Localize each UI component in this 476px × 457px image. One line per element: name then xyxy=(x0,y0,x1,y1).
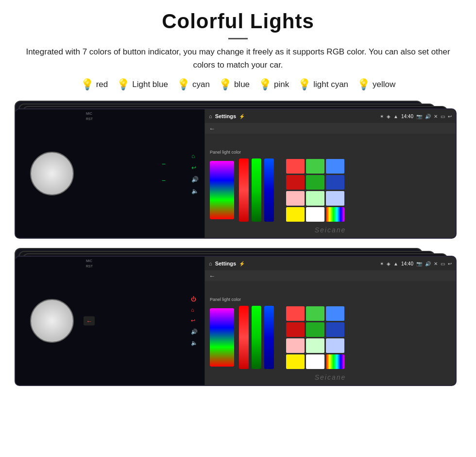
arrow-btn-1[interactable]: ← xyxy=(84,316,95,326)
tune-icon: ⚡ xyxy=(239,114,245,119)
color-label-yellow: yellow xyxy=(373,80,395,89)
grid2-r3c3 xyxy=(326,338,344,353)
time-label-1: 14:40 xyxy=(401,114,413,119)
tune-icon-2: ⚡ xyxy=(239,261,245,266)
grid2-r4c2 xyxy=(306,354,324,369)
right-icons-1: ⌂ ↩ 🔊 🔈 xyxy=(191,153,199,194)
grid-r4c1 xyxy=(286,207,305,222)
color-bars-2 xyxy=(239,306,274,369)
grid2-r1c2 xyxy=(306,306,324,321)
bar-red-2 xyxy=(239,306,249,369)
title-divider xyxy=(228,38,248,39)
grid-r2c3 xyxy=(326,175,344,190)
bulb-lightcyan: 💡 xyxy=(298,79,311,90)
color-grid-1 xyxy=(286,159,344,222)
color-item-lightblue: 💡 Light blue xyxy=(117,79,168,90)
viz-area-1 xyxy=(210,158,451,222)
back-icon-1: ↩ xyxy=(191,164,199,171)
power-icon-2: ⏻ xyxy=(191,296,198,302)
close-icon-2: ✕ xyxy=(434,261,438,266)
left-panel-2: MIC RST ← ⏻ ⌂ ↩ 🔊 🔈 xyxy=(16,257,205,385)
home-icon-bar-2: ⌂ xyxy=(209,261,212,266)
devices-section: MIC RST ⌂ ↩ 🔊 🔈 − − xyxy=(15,101,461,387)
device-stack-2: MIC RST ← ⏻ ⌂ ↩ 🔊 🔈 xyxy=(15,248,461,387)
settings-label-2: Settings xyxy=(215,261,236,266)
bulb-red: 💡 xyxy=(81,79,94,90)
mic-label-1: MIC xyxy=(86,112,92,115)
grid2-r2c3 xyxy=(326,322,344,337)
undo-icon-2: ↩ xyxy=(448,261,452,266)
minus2-icon: − xyxy=(162,176,166,184)
bulb-lightblue: 💡 xyxy=(117,79,130,90)
color-item-pink: 💡 pink xyxy=(258,79,289,90)
left-panel-1: MIC RST ⌂ ↩ 🔊 🔈 − − xyxy=(16,109,205,238)
grid-r2c2 xyxy=(306,175,324,190)
undo-icon: ↩ xyxy=(448,114,452,119)
vol-icon-2: 🔊 xyxy=(191,329,198,335)
back-arrow-2[interactable]: ← xyxy=(209,272,215,280)
knob-circle-1 xyxy=(30,152,74,195)
screen-1: ⌂ Settings ⚡ ✶ ◈ ▲ 14:40 📷 🔊 ✕ ▭ xyxy=(205,109,456,238)
vol-icon-1: 🔊 xyxy=(191,176,199,183)
screen-content-1: Panel light color xyxy=(205,134,456,238)
minus1-icon: − xyxy=(162,160,166,168)
bar-blue-1 xyxy=(264,158,274,222)
time-label-2: 14:40 xyxy=(401,261,413,266)
grid2-r4c3 xyxy=(326,354,344,369)
description-text: Integrated with 7 colors of button indic… xyxy=(19,45,457,71)
device-stack-1: MIC RST ⌂ ↩ 🔊 🔈 − − xyxy=(15,101,461,239)
page-container: Colorful Lights Integrated with 7 colors… xyxy=(0,0,476,401)
bar-blue-2 xyxy=(264,306,274,369)
bar-red-1 xyxy=(239,158,249,222)
color-label-lightcyan: light cyan xyxy=(313,80,348,89)
grid-r3c1 xyxy=(286,191,305,206)
watermark-1: Seicane xyxy=(315,226,346,234)
grid-r4c2 xyxy=(306,207,324,222)
color-bars-1 xyxy=(239,158,274,222)
color-label-cyan: cyan xyxy=(192,80,210,89)
bar-green-2 xyxy=(252,306,261,369)
color-item-red: 💡 red xyxy=(81,79,108,90)
grid2-r1c1 xyxy=(286,306,305,321)
bt-icon-2: ✶ xyxy=(380,261,384,266)
vol2-icon-2: 🔈 xyxy=(191,340,198,346)
camera-icon-2: 📷 xyxy=(416,261,422,266)
signal-icon-2: ▲ xyxy=(393,261,398,266)
right-icons-2: ⏻ ⌂ ↩ 🔊 🔈 xyxy=(191,296,198,346)
grid2-r1c3 xyxy=(326,306,344,321)
color-label-pink: pink xyxy=(274,80,289,89)
bar-green-1 xyxy=(252,158,261,222)
page-title: Colorful Lights xyxy=(15,10,461,33)
signal-icon: ▲ xyxy=(393,114,398,119)
gradient-bar-big-1 xyxy=(210,161,234,219)
gradient-bar-big-2 xyxy=(210,308,234,367)
color-label-blue: blue xyxy=(234,80,250,89)
color-grid-2 xyxy=(286,306,344,369)
close-icon: ✕ xyxy=(434,114,438,119)
home-icon-2: ⌂ xyxy=(191,307,198,313)
vol2-icon-1: 🔈 xyxy=(191,188,199,194)
grid2-r2c2 xyxy=(306,322,324,337)
grid-r1c3 xyxy=(326,159,344,174)
wifi-icon: ◈ xyxy=(387,114,391,119)
window-icon: ▭ xyxy=(441,114,445,119)
vol-bar-icon: 🔊 xyxy=(425,114,431,119)
grid-r1c1 xyxy=(286,159,305,174)
back-arrow-1[interactable]: ← xyxy=(209,125,215,132)
grid-r3c2 xyxy=(306,191,324,206)
rst-label-2: RST xyxy=(86,264,93,268)
camera-icon: 📷 xyxy=(416,114,422,119)
grid2-r3c1 xyxy=(286,338,305,353)
color-label-lightblue: Light blue xyxy=(132,80,168,89)
nav-bar-1: ← xyxy=(205,123,456,134)
rst-label-1: RST xyxy=(86,117,93,121)
arrow-buttons-2: ← xyxy=(84,316,95,326)
grid-r4c3 xyxy=(326,207,344,222)
device-row-2: MIC RST ← ⏻ ⌂ ↩ 🔊 🔈 xyxy=(15,248,461,387)
status-bar-2: ⌂ Settings ⚡ ✶ ◈ ▲ 14:40 📷 🔊 ✕ ▭ xyxy=(205,257,456,270)
title-section: Colorful Lights xyxy=(15,10,461,39)
status-bar-1: ⌂ Settings ⚡ ✶ ◈ ▲ 14:40 📷 🔊 ✕ ▭ xyxy=(205,109,456,123)
settings-label-1: Settings xyxy=(215,113,236,119)
grid-r1c2 xyxy=(306,159,324,174)
bulb-blue: 💡 xyxy=(219,79,232,90)
